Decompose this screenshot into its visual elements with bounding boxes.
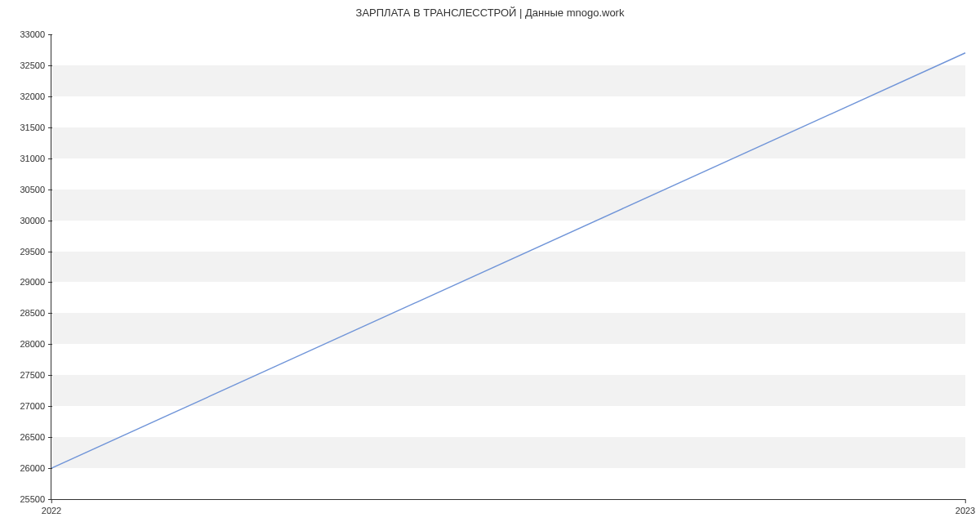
y-tick-label: 30500: [20, 185, 51, 194]
x-tick-label: 2022: [42, 499, 61, 515]
plot-area: 2550026000265002700027500280002850029000…: [51, 34, 965, 500]
y-tick-label: 28500: [20, 308, 51, 318]
y-tick-label: 31500: [20, 123, 51, 132]
line-chart: ЗАРПЛАТА В ТРАНСЛЕССТРОЙ | Данные mnogo.…: [0, 0, 980, 531]
y-tick-label: 29500: [20, 247, 51, 257]
y-tick-label: 27000: [20, 401, 51, 411]
y-tick-label: 33000: [20, 29, 51, 39]
y-tick-label: 28000: [20, 339, 51, 349]
y-tick-label: 31000: [20, 154, 51, 163]
series-line: [51, 53, 965, 468]
y-tick-label: 32500: [20, 60, 51, 70]
y-tick-label: 27500: [20, 370, 51, 380]
x-tick-label: 2023: [956, 499, 975, 515]
chart-title: ЗАРПЛАТА В ТРАНСЛЕССТРОЙ | Данные mnogo.…: [0, 7, 980, 19]
y-tick-label: 32000: [20, 91, 51, 101]
data-line: [51, 34, 965, 499]
y-tick-label: 26000: [20, 463, 51, 473]
y-tick-label: 29000: [20, 277, 51, 287]
y-tick-label: 30000: [20, 216, 51, 225]
y-tick-label: 26500: [20, 432, 51, 442]
